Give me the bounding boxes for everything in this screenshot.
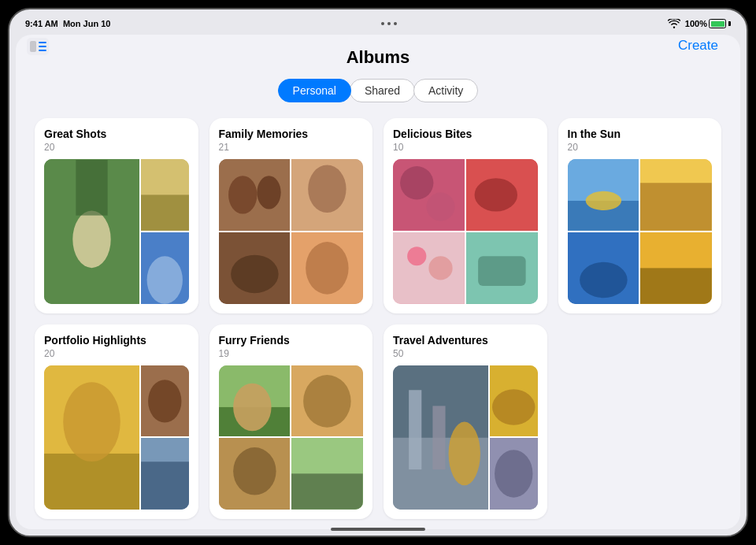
svg-point-62	[492, 389, 535, 425]
wifi-icon	[668, 19, 680, 28]
album-thumbnail	[568, 159, 713, 304]
svg-rect-46	[141, 462, 189, 510]
svg-rect-21	[393, 159, 465, 231]
svg-point-25	[474, 178, 517, 211]
album-thumbnail	[393, 159, 538, 304]
album-card-portfolio-highlights[interactable]: Portfolio Highlights 20	[35, 324, 198, 520]
status-time: 9:41 AM Mon Jun 10	[25, 19, 110, 28]
album-thumbnail	[44, 159, 189, 304]
album-thumbnail	[219, 365, 364, 510]
album-card-travel-adventures[interactable]: Travel Adventures 50	[384, 324, 547, 520]
svg-rect-30	[478, 256, 526, 286]
album-count: 21	[219, 142, 364, 153]
create-button[interactable]: Create	[678, 38, 718, 54]
album-title: Furry Friends	[219, 334, 364, 347]
album-count: 19	[219, 348, 364, 359]
svg-point-60	[449, 421, 480, 485]
svg-point-37	[580, 262, 628, 298]
album-thumbnail	[219, 159, 364, 304]
album-card-in-the-sun[interactable]: In the Sun 20	[558, 118, 722, 313]
svg-point-28	[428, 256, 452, 280]
status-center-dots	[381, 22, 397, 25]
page-title: Albums	[32, 47, 724, 68]
svg-point-23	[426, 192, 454, 221]
albums-grid: Great Shots 20	[32, 118, 724, 519]
svg-point-11	[147, 256, 183, 304]
svg-rect-9	[141, 195, 189, 230]
main-content: Albums Personal Shared Activity Great Sh…	[16, 35, 740, 529]
album-title: In the Sun	[568, 128, 713, 140]
tab-activity[interactable]: Activity	[413, 79, 478, 102]
status-right: 100%	[668, 19, 731, 28]
album-title: Delicious Bites	[393, 128, 538, 140]
album-thumbnail	[44, 365, 189, 510]
svg-point-53	[233, 447, 276, 495]
svg-point-13	[228, 176, 257, 213]
album-title: Portfolio Highlights	[44, 334, 189, 347]
svg-point-44	[148, 380, 181, 422]
svg-point-22	[400, 166, 433, 199]
svg-point-6	[72, 211, 110, 269]
svg-rect-35	[640, 183, 712, 231]
svg-point-14	[257, 176, 280, 209]
status-bar: 9:41 AM Mon Jun 10 100%	[9, 9, 747, 35]
album-card-great-shots[interactable]: Great Shots 20	[35, 118, 198, 313]
sidebar-toggle-button[interactable]	[27, 38, 49, 55]
album-card-delicious-bites[interactable]: Delicious Bites 10	[384, 118, 547, 313]
home-indicator	[331, 528, 425, 531]
svg-point-27	[407, 247, 426, 265]
svg-rect-58	[409, 390, 421, 469]
album-count: 20	[568, 142, 713, 153]
ipad-frame: 9:41 AM Mon Jun 10 100%	[8, 8, 748, 537]
svg-point-64	[495, 450, 532, 498]
svg-rect-41	[44, 453, 139, 510]
album-title: Travel Adventures	[393, 334, 538, 347]
svg-rect-39	[640, 268, 712, 303]
album-count: 10	[393, 142, 538, 153]
svg-rect-59	[432, 406, 445, 469]
svg-point-42	[63, 382, 120, 462]
tab-personal[interactable]: Personal	[278, 79, 351, 102]
tab-bar: Personal Shared Activity	[32, 79, 724, 102]
album-count: 20	[44, 348, 189, 359]
svg-point-20	[306, 242, 348, 295]
album-card-furry-friends[interactable]: Furry Friends 19	[209, 324, 373, 520]
album-count: 20	[44, 142, 189, 153]
svg-point-49	[233, 383, 271, 431]
tab-shared[interactable]: Shared	[350, 79, 415, 102]
svg-point-18	[231, 254, 279, 292]
battery-indicator: 100%	[685, 19, 731, 28]
svg-rect-1	[30, 41, 36, 52]
svg-point-51	[303, 375, 351, 428]
album-count: 50	[393, 348, 538, 359]
svg-point-33	[585, 191, 621, 210]
album-thumbnail	[393, 365, 538, 510]
svg-rect-7	[76, 160, 107, 216]
svg-point-16	[308, 165, 346, 213]
album-card-family-memories[interactable]: Family Memories 21	[209, 118, 373, 313]
album-title: Great Shots	[44, 128, 189, 140]
album-title: Family Memories	[219, 128, 364, 140]
svg-rect-55	[291, 474, 363, 510]
